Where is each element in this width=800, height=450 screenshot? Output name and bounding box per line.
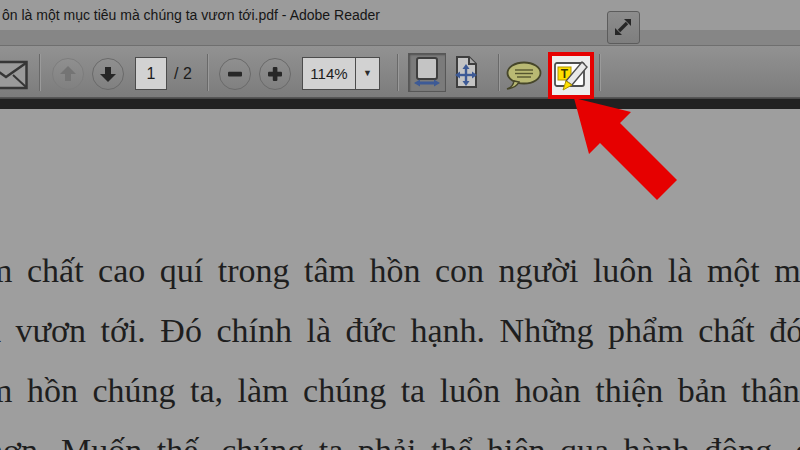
highlight-text-button[interactable]: T (553, 57, 589, 94)
toolbar-separator (39, 54, 40, 91)
page-number-value: 1 (147, 65, 156, 82)
next-page-button[interactable] (92, 58, 124, 90)
email-button[interactable] (0, 60, 28, 94)
window-title: ôn là một mục tiêu mà chúng ta vươn tới.… (2, 0, 380, 30)
comment-button[interactable] (505, 61, 543, 91)
highlight-annotation-box: T (548, 52, 594, 99)
previous-page-button[interactable] (52, 58, 84, 90)
zoom-level-value: 114% (310, 65, 347, 82)
red-pointer-arrow (562, 96, 697, 211)
fit-width-button[interactable] (408, 53, 446, 92)
page-number-input[interactable]: 1 (135, 57, 167, 90)
menu-bar (0, 30, 800, 46)
toolbar-separator (397, 54, 398, 91)
zoom-out-button[interactable] (219, 58, 251, 90)
toolbar-separator (498, 54, 499, 91)
fullscreen-button[interactable] (607, 11, 640, 44)
title-bar: ôn là một mục tiêu mà chúng ta vươn tới.… (0, 0, 800, 30)
toolbar-separator (207, 54, 208, 91)
page-total-label: / 2 (174, 57, 192, 90)
document-text-line: m hồn chúng ta, làm chúng ta luôn hoàn t… (0, 371, 800, 411)
email-icon (0, 60, 28, 90)
comment-icon (505, 61, 543, 91)
fit-width-icon (413, 56, 441, 88)
zoom-dropdown-button[interactable]: ▼ (355, 57, 380, 90)
highlight-text-icon: T (553, 57, 589, 94)
document-text-line: m chất cao quí trong tâm hồn con người l… (0, 251, 800, 291)
zoom-in-button[interactable] (259, 58, 291, 90)
adobe-reader-window: { "window": { "title": "ôn là một mục ti… (0, 0, 800, 450)
document-text-line: hơn. Muốn thế, chúng ta phải thể hiện qu… (0, 431, 800, 450)
zoom-out-icon (225, 64, 245, 84)
toolbar: 1 / 2 114% ▼ (0, 46, 800, 98)
fullscreen-icon (612, 16, 634, 38)
zoom-level-input[interactable]: 114% (302, 57, 356, 90)
previous-page-icon (58, 64, 78, 84)
zoom-in-icon (265, 64, 285, 84)
fit-page-icon (452, 55, 480, 89)
next-page-icon (98, 64, 118, 84)
fit-page-button[interactable] (452, 55, 482, 91)
chevron-down-icon: ▼ (363, 68, 372, 78)
toolbar-separator (599, 54, 600, 91)
document-text-line: a vươn tới. Đó chính là đức hạnh. Những … (0, 311, 800, 351)
